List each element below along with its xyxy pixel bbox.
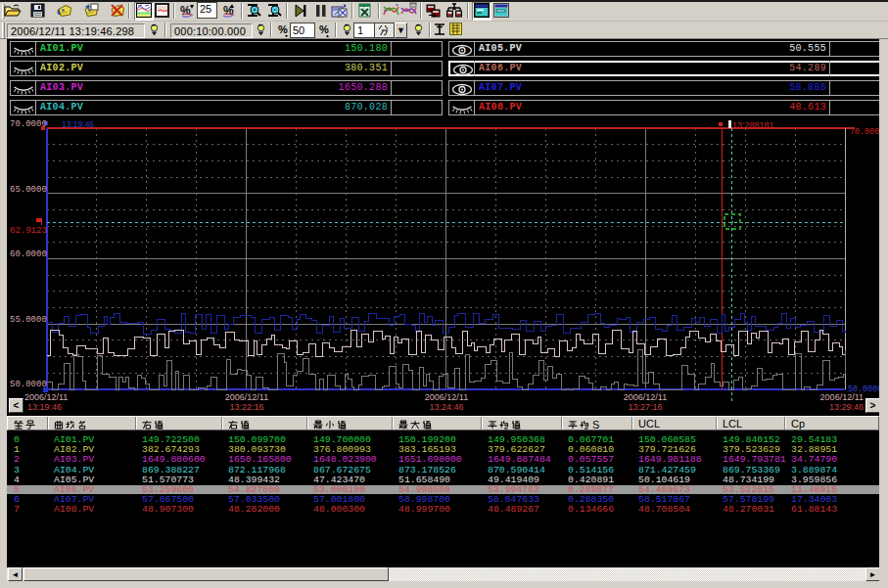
svg-text:13:22:16: 13:22:16: [229, 402, 263, 412]
svg-text:%: %: [319, 23, 329, 35]
svg-text:13:24:46: 13:24:46: [429, 402, 463, 412]
svg-text:S: S: [592, 420, 599, 430]
svg-text:%: %: [180, 4, 191, 18]
svg-text:62.9123: 62.9123: [10, 226, 47, 236]
svg-text:2006/12/11: 2006/12/11: [425, 392, 468, 402]
svg-text:2006/12/11: 2006/12/11: [24, 392, 68, 402]
svg-text:13:19:46: 13:19:46: [27, 402, 62, 412]
svg-text:2006/12/11: 2006/12/11: [624, 392, 667, 402]
svg-text:13:288181: 13:288181: [732, 120, 774, 130]
svg-text:60.0000: 60.0000: [10, 249, 47, 259]
svg-text:%: %: [278, 23, 288, 35]
svg-text:50.0000: 50.0000: [10, 380, 47, 389]
svg-text:55.0000: 55.0000: [10, 315, 47, 325]
svg-text:70.0000: 70.0000: [10, 119, 47, 129]
svg-text:65.0000: 65.0000: [10, 185, 47, 195]
svg-text:13:27:16: 13:27:16: [628, 402, 662, 412]
svg-text:2006/12/11: 2006/12/11: [820, 392, 864, 402]
svg-text:13:29:46: 13:29:46: [829, 402, 864, 412]
svg-text:13:19:46: 13:19:46: [62, 119, 94, 129]
svg-text:2006/12/11: 2006/12/11: [225, 392, 268, 402]
